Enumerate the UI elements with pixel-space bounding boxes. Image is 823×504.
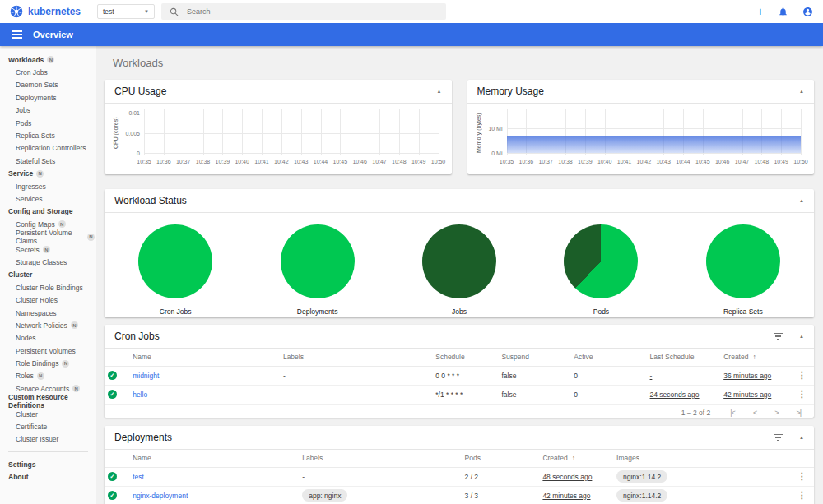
images-cell: nginx:1.14.2 [613, 486, 794, 504]
sidebar-item-storage-classes[interactable]: Storage Classes [8, 256, 95, 268]
sidebar-item-cluster-issuer[interactable]: Cluster Issuer [8, 433, 95, 446]
next-page-button[interactable]: > [774, 409, 778, 417]
pie-chart-jobs[interactable] [422, 224, 496, 298]
kubernetes-wheel-icon [10, 5, 23, 18]
x-tick-label: 10:49 [412, 159, 426, 164]
last-page-button[interactable]: >| [796, 409, 801, 417]
search-input[interactable] [187, 7, 438, 16]
column-header-name[interactable]: Name [129, 450, 299, 467]
sidebar-item-label: Replication Controllers [16, 144, 86, 152]
success-check-icon: ✓ [108, 491, 117, 500]
sidebar-section-config-and-storage[interactable]: Config and Storage [8, 206, 95, 218]
column-header-created[interactable]: Created↑ [720, 349, 794, 366]
column-header-labels[interactable]: Labels [299, 450, 461, 467]
column-header-suspend[interactable]: Suspend [498, 349, 570, 366]
sidebar-item-daemon-sets[interactable]: Daemon Sets [8, 79, 95, 91]
sidebar-item-cluster-role-bindings[interactable]: Cluster Role Bindings [8, 281, 95, 294]
column-header-schedule[interactable]: Schedule [432, 349, 498, 366]
pie-chart-pods[interactable] [564, 224, 638, 298]
kubernetes-logo[interactable]: kubernetes [10, 5, 97, 18]
namespaced-badge: N [72, 385, 80, 392]
sidebar-section-custom-resource-definitions[interactable]: Custom Resource Definitions [8, 395, 95, 408]
pie-chart-cron-jobs[interactable] [138, 224, 212, 298]
menu-hamburger-icon[interactable] [12, 30, 22, 39]
collapse-icon[interactable]: ▲ [799, 435, 804, 440]
sidebar-item-roles[interactable]: RolesN [8, 370, 95, 382]
pods-cell: 3 / 3 [465, 492, 479, 500]
x-tick-label: 10:37 [538, 159, 553, 164]
sidebar-section-workloads[interactable]: WorkloadsN [8, 53, 95, 66]
collapse-icon[interactable]: ▲ [437, 89, 442, 94]
collapse-icon[interactable]: ▲ [799, 334, 804, 339]
sidebar-item-namespaces[interactable]: Namespaces [8, 307, 95, 319]
sidebar-item-deployments[interactable]: Deployments [8, 91, 95, 104]
y-tick-label: 0 Mi [491, 150, 502, 155]
column-header-images[interactable]: Images [613, 450, 794, 467]
column-header-pods[interactable]: Pods [462, 450, 540, 467]
sidebar-item-cron-jobs[interactable]: Cron Jobs [8, 66, 95, 78]
pie-chart-deployments[interactable] [281, 224, 355, 298]
sidebar-section-cluster[interactable]: Cluster [8, 269, 95, 281]
sidebar-item-ingresses[interactable]: Ingresses [8, 180, 95, 192]
column-header-created[interactable]: Created↑ [539, 450, 613, 467]
sidebar: WorkloadsNCron JobsDaemon SetsDeployment… [0, 46, 96, 504]
resource-name-link[interactable]: nginx-deployment [133, 492, 188, 500]
prev-page-button[interactable]: < [753, 409, 756, 417]
sidebar-item-settings[interactable]: Settings [8, 458, 95, 470]
sidebar-item-role-bindings[interactable]: Role BindingsN [8, 357, 95, 369]
sidebar-item-persistent-volume-claims[interactable]: Persistent Volume ClaimsN [8, 230, 95, 243]
first-page-button[interactable]: |< [730, 409, 735, 417]
sidebar-item-services[interactable]: Services [8, 192, 95, 205]
status-cell: ✓ [105, 486, 129, 504]
column-header-last-schedule[interactable]: Last Schedule [647, 349, 721, 366]
column-header-labels[interactable]: Labels [280, 349, 432, 366]
sidebar-item-about[interactable]: About [8, 471, 95, 483]
grid-line-vertical [301, 109, 302, 155]
sidebar-item-persistent-volumes[interactable]: Persistent Volumes [8, 344, 95, 357]
sidebar-item-jobs[interactable]: Jobs [8, 104, 95, 117]
grid-line-vertical [399, 109, 400, 155]
row-menu-kebab-icon[interactable]: ⋮ [797, 471, 807, 481]
sidebar-item-certificate[interactable]: Certificate [8, 420, 95, 432]
user-account-icon[interactable] [802, 7, 813, 17]
sidebar-section-service[interactable]: ServiceN [8, 168, 95, 180]
resource-name-link[interactable]: hello [133, 391, 147, 399]
x-tick-label: 10:45 [695, 159, 710, 164]
created-cell: 42 minutes ago [542, 492, 590, 500]
sidebar-divider [8, 451, 88, 452]
sidebar-item-replica-sets[interactable]: Replica Sets [8, 129, 95, 141]
sidebar-item-label: Ingresses [16, 183, 46, 191]
resource-name-link[interactable]: test [133, 473, 144, 481]
grid-line-horizontal [144, 153, 439, 154]
resource-name-link[interactable]: midnight [133, 372, 159, 380]
filter-icon[interactable] [774, 333, 783, 340]
created-cell: 42 minutes ago [720, 385, 794, 404]
sidebar-item-pods[interactable]: Pods [8, 117, 95, 129]
collapse-icon[interactable]: ▲ [799, 89, 804, 94]
column-header-actions [794, 349, 814, 366]
column-header-active[interactable]: Active [570, 349, 646, 366]
search-bar[interactable] [161, 3, 446, 20]
cpu-usage-title: CPU Usage [114, 86, 166, 97]
x-tick-label: 10:50 [793, 159, 808, 164]
filter-icon[interactable] [774, 434, 783, 442]
sidebar-item-cluster-roles[interactable]: Cluster Roles [8, 294, 95, 306]
collapse-icon[interactable]: ▲ [799, 198, 804, 203]
pie-chart-replica-sets[interactable] [706, 224, 780, 298]
row-menu-kebab-icon[interactable]: ⋮ [797, 370, 807, 380]
row-menu-kebab-icon[interactable]: ⋮ [797, 490, 807, 500]
actions-cell: ⋮ [794, 486, 814, 504]
success-check-icon: ✓ [108, 371, 117, 380]
x-tick-label: 10:39 [578, 159, 593, 164]
sidebar-item-nodes[interactable]: Nodes [8, 332, 95, 344]
x-tick-label: 10:42 [274, 159, 289, 164]
x-tick-label: 10:44 [676, 159, 690, 164]
sidebar-item-stateful-sets[interactable]: Stateful Sets [8, 155, 95, 167]
sidebar-item-replication-controllers[interactable]: Replication Controllers [8, 142, 95, 155]
row-menu-kebab-icon[interactable]: ⋮ [797, 389, 807, 399]
create-resource-button[interactable]: + [757, 6, 764, 17]
namespace-select[interactable]: test ▼ [97, 4, 155, 19]
column-header-name[interactable]: Name [129, 349, 280, 366]
sidebar-item-network-policies[interactable]: Network PoliciesN [8, 319, 95, 331]
notifications-bell-icon[interactable] [778, 7, 788, 17]
